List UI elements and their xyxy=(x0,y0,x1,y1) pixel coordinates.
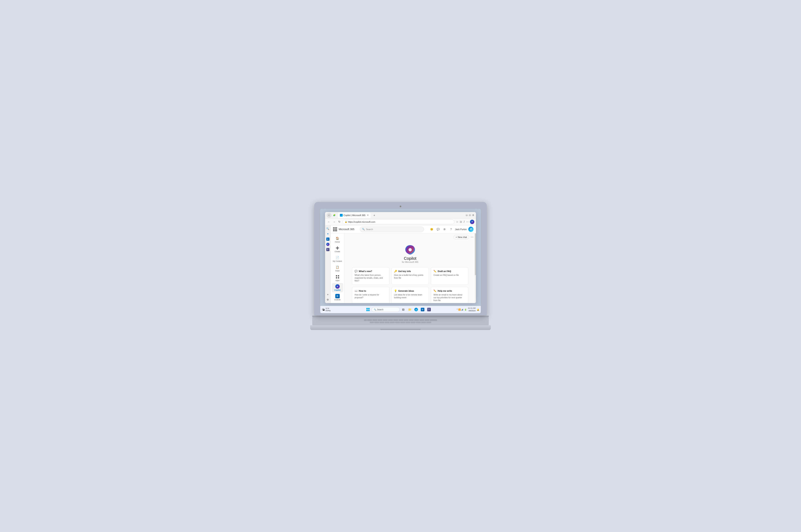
edge-sidebar-search[interactable]: 🔍 xyxy=(326,227,330,231)
favorites-icon[interactable]: ☆ xyxy=(456,220,459,224)
copilot-logo: Copilot for Microsoft 365 xyxy=(402,244,418,263)
card-generate-ideas[interactable]: 💡 Generate ideas List ideas for a fun re… xyxy=(392,287,429,303)
emoji-icon[interactable]: 😊 xyxy=(430,227,434,232)
card-get-key-info[interactable]: 🔑 Get key info Give me a bullet list of … xyxy=(392,267,429,285)
card-header-gen-ideas: 💡 Generate ideas xyxy=(394,289,426,292)
card-desc-help-write: Write an email to my team about our top … xyxy=(433,293,466,302)
taskbar-explorer[interactable]: 📁 xyxy=(407,307,413,312)
waffle-menu[interactable] xyxy=(333,227,337,231)
address-bar[interactable]: 🔒 https://copilot.microsoft.com xyxy=(343,220,455,224)
edge-sidebar-add[interactable]: + xyxy=(326,292,330,297)
sidebar-item-teams[interactable]: T Teams xyxy=(332,302,343,303)
forward-button[interactable]: → xyxy=(332,220,336,224)
home-icon: 🏠 xyxy=(335,236,340,241)
new-chat-bar: + New chat ⋯ xyxy=(344,233,476,241)
waffle-dot xyxy=(333,230,334,231)
new-tab-btn[interactable]: + xyxy=(372,213,376,217)
share-icon[interactable]: ⤴ xyxy=(463,220,465,224)
active-tab[interactable]: Copilot | Microsoft 365 ✕ xyxy=(338,212,370,218)
card-draft-faq[interactable]: ✏️ Draft an FAQ Create an FAQ based on f… xyxy=(431,267,468,285)
scrollbar-thumb[interactable] xyxy=(475,233,476,275)
taskbar-search[interactable]: 🔍 Search xyxy=(371,307,400,312)
edge-sidebar-teams[interactable]: T xyxy=(326,247,330,252)
minimize-btn[interactable]: — xyxy=(465,214,468,216)
sidebar-item-my-content[interactable]: 📄 My Content xyxy=(332,254,343,263)
svg-rect-5 xyxy=(366,308,368,309)
settings-icon[interactable]: ⋯ xyxy=(466,220,469,224)
network-icon[interactable]: 📶 xyxy=(458,308,461,311)
m365-main-content: + New chat ⋯ xyxy=(344,233,476,303)
new-chat-button[interactable]: + New chat xyxy=(454,235,469,239)
sidebar-item-feed[interactable]: 📋 Feed xyxy=(332,264,343,273)
waffle-dot xyxy=(335,229,336,230)
refresh-button[interactable]: ↻ xyxy=(338,220,341,224)
taskbar-search-icon: 🔍 xyxy=(374,308,376,311)
sidebar-home-label: Home xyxy=(335,241,340,243)
taskbar-outlook[interactable]: O xyxy=(420,307,425,312)
split-icon[interactable]: ⊡ xyxy=(459,220,462,224)
user-name-label[interactable]: Jack Purton xyxy=(455,228,467,230)
sidebar-apps-label: Apps xyxy=(335,280,340,282)
sidebar-item-home[interactable]: 🏠 Home xyxy=(332,235,343,244)
waffle-dot xyxy=(336,227,337,228)
browser-titlebar: C 🧩 Copilot | Microsoft 365 ✕ + — xyxy=(325,212,476,218)
sidebar-item-copilot[interactable]: ✦ Copilot xyxy=(332,283,343,292)
user-avatar[interactable]: JP xyxy=(468,227,474,232)
edge-sidebar-copilot[interactable]: ✦ xyxy=(326,232,330,236)
taskbar-teams[interactable]: T xyxy=(426,307,432,312)
waffle-dot xyxy=(336,229,337,230)
taskbar-edge[interactable]: e xyxy=(413,307,419,312)
sidebar-item-apps[interactable]: Apps xyxy=(332,273,343,283)
key xyxy=(383,319,388,321)
tray-chevron[interactable]: ^ xyxy=(457,308,458,311)
sidebar-copilot-label: Copilot xyxy=(334,289,341,291)
edge-sidebar-settings[interactable]: ⚙ xyxy=(326,298,330,302)
edge-copilot-icon[interactable]: ✦ xyxy=(470,220,474,224)
key xyxy=(395,322,400,323)
feedback-icon[interactable]: 💬 xyxy=(436,227,441,232)
sidebar-outlook-label: Outlook xyxy=(334,299,341,301)
card-header-whats-new: 💬 What's new? xyxy=(355,270,387,273)
key xyxy=(390,322,395,323)
waffle-dot xyxy=(333,229,334,230)
card-header-help-write: ✏️ Help me write xyxy=(433,289,466,292)
card-whats-new[interactable]: 💬 What's new? What's the latest from per… xyxy=(352,267,389,285)
m365-sidebar: 🏠 Home ➕ Create 📄 xyxy=(331,233,344,303)
clock[interactable]: 11:11 AM 4/9/2024 xyxy=(468,307,476,312)
help-icon[interactable]: ? xyxy=(449,227,454,232)
edge-sidebar-copilot2[interactable]: ✦ xyxy=(326,242,330,247)
close-btn[interactable]: ✕ xyxy=(472,214,474,216)
sidebar-item-outlook[interactable]: O Outlook xyxy=(332,293,343,302)
battery-icon[interactable]: 🔋 xyxy=(464,308,467,311)
notification-icon[interactable]: 🔔 xyxy=(477,308,479,311)
back-button[interactable]: ← xyxy=(327,220,331,224)
sidebar-item-create[interactable]: ➕ Create xyxy=(332,245,343,254)
extensions-btn[interactable]: 🧩 xyxy=(333,214,336,216)
card-desc-draft-faq: Create an FAQ based on file xyxy=(433,274,466,277)
tab-favicon xyxy=(340,214,343,217)
laptop-screen: C 🧩 Copilot | Microsoft 365 ✕ + — xyxy=(320,209,481,313)
svg-rect-7 xyxy=(366,310,368,311)
settings-header-icon[interactable]: ⚙ xyxy=(442,227,447,232)
waffle-dot xyxy=(335,230,336,231)
maximize-btn[interactable]: □ xyxy=(469,214,471,216)
edge-sidebar-outlook[interactable]: O xyxy=(326,237,330,241)
card-title-how-to: How to xyxy=(359,290,366,292)
my-content-icon: 📄 xyxy=(335,255,340,260)
card-how-to[interactable]: 📖 How to How do I write a request for pr… xyxy=(352,287,389,303)
more-options-button[interactable]: ⋯ xyxy=(471,235,474,239)
m365-search-bar[interactable]: 🔍 Search xyxy=(360,227,424,232)
card-help-write[interactable]: ✏️ Help me write Write an email to my te… xyxy=(431,287,468,303)
copilot-main-area: Copilot for Microsoft 365 💬 xyxy=(344,241,476,303)
copilot-logo-icon xyxy=(404,244,416,256)
profile-btn[interactable]: C xyxy=(327,213,331,218)
start-button[interactable] xyxy=(365,307,371,312)
laptop: C 🧩 Copilot | Microsoft 365 ✕ + — xyxy=(314,202,487,330)
key xyxy=(424,319,430,321)
key xyxy=(385,322,389,323)
volume-icon[interactable]: 🔊 xyxy=(461,308,464,311)
key-row-1 xyxy=(318,319,483,321)
tab-close-btn[interactable]: ✕ xyxy=(367,214,368,216)
scrollbar-track[interactable] xyxy=(475,233,476,303)
task-view-button[interactable]: ⊟ xyxy=(400,307,406,312)
